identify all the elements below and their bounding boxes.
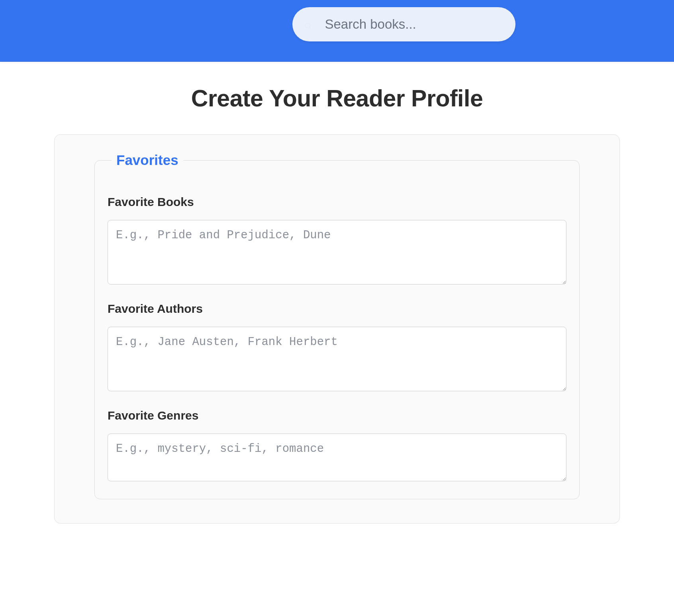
- favorite-authors-group: Favorite Authors: [108, 302, 566, 393]
- search-container[interactable]: [292, 7, 515, 41]
- favorite-books-label: Favorite Books: [108, 195, 566, 209]
- favorite-books-group: Favorite Books: [108, 195, 566, 286]
- favorite-genres-group: Favorite Genres: [108, 409, 566, 483]
- favorite-authors-label: Favorite Authors: [108, 302, 566, 316]
- page-title: Create Your Reader Profile: [0, 85, 674, 112]
- search-input[interactable]: [316, 17, 504, 32]
- favorites-legend: Favorites: [112, 152, 183, 168]
- search-wrap: [135, 7, 539, 41]
- favorite-genres-input[interactable]: [108, 434, 566, 481]
- favorite-books-input[interactable]: [108, 220, 566, 284]
- profile-card: Favorites Favorite Books Favorite Author…: [54, 134, 620, 524]
- favorite-authors-input[interactable]: [108, 327, 566, 391]
- favorites-fieldset: Favorites Favorite Books Favorite Author…: [94, 152, 580, 499]
- page-header: [0, 0, 674, 62]
- search-icon: [305, 23, 313, 31]
- favorite-genres-label: Favorite Genres: [108, 409, 566, 422]
